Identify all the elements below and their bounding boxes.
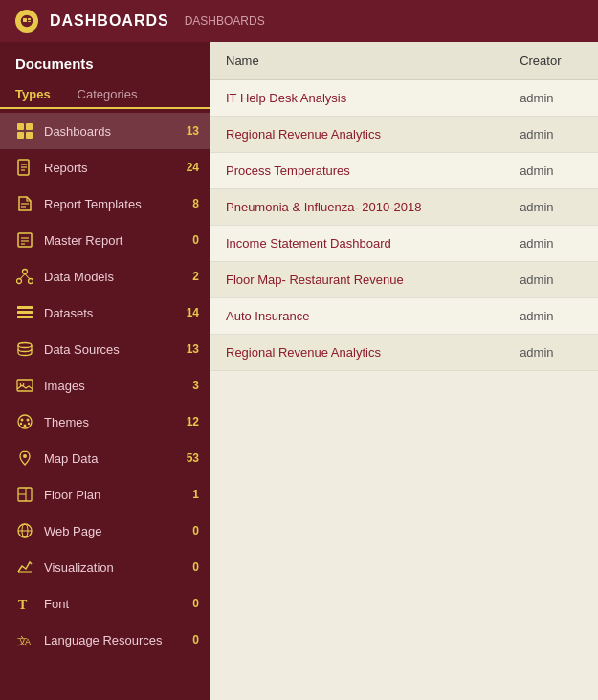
table-row[interactable]: Floor Map- Restaurant Revenueadmin — [210, 262, 598, 298]
app-container: DASHBOARDS DASHBOARDS Documents Types Ca… — [0, 0, 598, 700]
map-data-icon — [15, 448, 34, 468]
sidebar-count-web-page: 0 — [180, 524, 199, 537]
sidebar-item-web-page[interactable]: Web Page 0 — [0, 513, 210, 549]
table-row[interactable]: Income Statement Dashboardadmin — [210, 226, 598, 262]
table-row[interactable]: IT Help Desk Analysisadmin — [210, 80, 598, 117]
sidebar-label-reports: Reports — [44, 161, 170, 175]
visualization-icon — [15, 558, 34, 577]
web-page-icon — [15, 521, 34, 540]
sidebar-label-font: Font — [44, 597, 170, 611]
sidebar-title: Documents — [0, 42, 210, 76]
sidebar-label-master-report: Master Report — [44, 233, 170, 248]
sidebar-item-images[interactable]: Images 3 — [0, 367, 210, 404]
sidebar-item-report-templates[interactable]: Report Templates 8 — [0, 186, 210, 222]
images-icon — [15, 376, 34, 395]
sidebar-item-visualization[interactable]: Visualization 0 — [0, 549, 210, 585]
svg-line-21 — [20, 274, 25, 280]
sidebar-tabs: Types Categories — [0, 76, 210, 109]
sidebar-label-floor-plan: Floor Plan — [44, 488, 170, 502]
header-title: DASHBOARDS — [50, 12, 169, 30]
svg-rect-23 — [17, 306, 33, 309]
datasets-icon — [15, 303, 34, 322]
sidebar-item-dashboards[interactable]: Dashboards 13 — [0, 113, 210, 149]
sidebar-item-floor-plan[interactable]: Floor Plan 1 — [0, 476, 210, 513]
sidebar-label-language-resources: Language Resources — [44, 633, 170, 647]
sidebar-count-report-templates: 8 — [180, 197, 199, 210]
svg-point-20 — [29, 279, 33, 284]
tab-types[interactable]: Types — [15, 83, 58, 109]
column-header-name: Name — [210, 42, 504, 80]
cell-creator: admin — [504, 189, 598, 226]
cell-creator: admin — [504, 335, 598, 371]
sidebar-count-floor-plan: 1 — [180, 488, 199, 501]
table-row[interactable]: Process Temperaturesadmin — [210, 153, 598, 189]
language-resources-icon: 文A — [15, 630, 34, 649]
sidebar-count-data-sources: 13 — [180, 342, 199, 356]
sidebar-item-map-data[interactable]: Map Data 53 — [0, 440, 210, 476]
sidebar-item-reports[interactable]: Reports 24 — [0, 149, 210, 186]
sidebar-count-data-models: 2 — [180, 270, 199, 283]
svg-point-26 — [18, 343, 32, 348]
cell-creator: admin — [504, 153, 598, 189]
sidebar-count-images: 3 — [180, 379, 199, 392]
main-layout: Documents Types Categories Dashboards 13… — [0, 42, 598, 700]
sidebar-item-data-sources[interactable]: Data Sources 13 — [0, 331, 210, 367]
sidebar-item-data-models[interactable]: Data Models 2 — [0, 258, 210, 295]
sidebar-count-map-data: 53 — [180, 451, 199, 465]
content-scroll[interactable]: Name Creator IT Help Desk AnalysisadminR… — [210, 42, 598, 700]
svg-rect-7 — [26, 132, 33, 139]
data-sources-icon — [15, 339, 34, 359]
cell-creator: admin — [504, 117, 598, 153]
sidebar-label-datasets: Datasets — [44, 306, 170, 320]
table-row[interactable]: Regional Revenue Analyticsadmin — [210, 335, 598, 371]
floor-plan-icon — [15, 485, 34, 504]
sidebar-label-map-data: Map Data — [44, 451, 170, 466]
data-models-icon — [15, 267, 34, 286]
sidebar-item-master-report[interactable]: Master Report 0 — [0, 222, 210, 258]
sidebar-label-data-sources: Data Sources — [44, 342, 170, 357]
report-templates-icon — [15, 194, 34, 213]
svg-point-33 — [20, 423, 22, 425]
table-row[interactable]: Pneumonia & Influenza- 2010-2018admin — [210, 189, 598, 226]
content-table: Name Creator IT Help Desk AnalysisadminR… — [210, 42, 598, 371]
svg-point-19 — [17, 279, 22, 284]
tab-categories[interactable]: Categories — [78, 83, 145, 109]
sidebar-count-visualization: 0 — [180, 560, 199, 574]
header: DASHBOARDS DASHBOARDS — [0, 0, 598, 42]
sidebar-item-language-resources[interactable]: 文A Language Resources 0 — [0, 622, 210, 658]
sidebar-label-report-templates: Report Templates — [44, 197, 170, 211]
header-breadcrumb: DASHBOARDS — [185, 14, 265, 28]
cell-name: Regional Revenue Analytics — [210, 335, 504, 371]
sidebar-count-master-report: 0 — [180, 233, 199, 247]
sidebar: Documents Types Categories Dashboards 13… — [0, 42, 210, 700]
sidebar-item-themes[interactable]: Themes 12 — [0, 404, 210, 440]
sidebar-label-visualization: Visualization — [44, 560, 170, 575]
svg-rect-4 — [17, 123, 24, 130]
cell-creator: admin — [504, 226, 598, 262]
sidebar-count-font: 0 — [180, 597, 199, 610]
dashboard-icon — [15, 121, 34, 141]
svg-point-34 — [28, 423, 30, 425]
cell-creator: admin — [504, 80, 598, 117]
svg-point-31 — [27, 419, 30, 422]
svg-rect-24 — [17, 311, 33, 314]
svg-rect-2 — [28, 18, 31, 20]
sidebar-label-data-models: Data Models — [44, 270, 170, 284]
cell-name: Pneumonia & Influenza- 2010-2018 — [210, 189, 504, 226]
sidebar-count-datasets: 14 — [180, 306, 199, 319]
svg-text:T: T — [18, 598, 28, 612]
reports-icon — [15, 158, 34, 177]
sidebar-count-language-resources: 0 — [180, 633, 199, 646]
header-logo — [15, 10, 38, 33]
cell-name: Floor Map- Restaurant Revenue — [210, 262, 504, 298]
svg-point-18 — [23, 270, 28, 274]
svg-rect-5 — [26, 123, 33, 130]
font-icon: T — [15, 594, 34, 613]
svg-text:A: A — [25, 637, 31, 646]
svg-rect-25 — [17, 316, 33, 318]
sidebar-item-datasets[interactable]: Datasets 14 — [0, 295, 210, 331]
table-row[interactable]: Regional Revenue Analyticsadmin — [210, 117, 598, 153]
cell-name: Income Statement Dashboard — [210, 226, 504, 262]
table-row[interactable]: Auto Insuranceadmin — [210, 298, 598, 335]
sidebar-item-font[interactable]: T Font 0 — [0, 585, 210, 622]
